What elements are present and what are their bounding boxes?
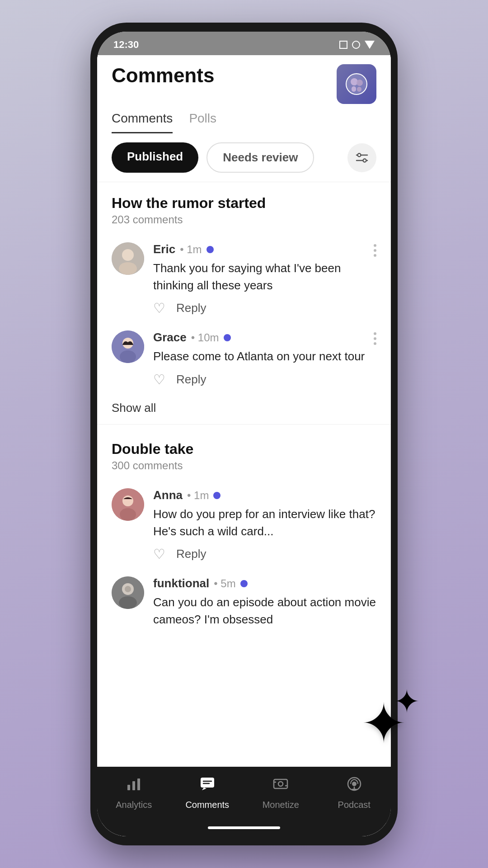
more-options-eric[interactable]	[374, 244, 376, 257]
nav-podcast[interactable]: Podcast	[327, 776, 381, 810]
comments-scroll-area[interactable]: How the rumor started 203 comments	[97, 182, 391, 767]
episode-count-1: 203 comments	[112, 213, 376, 226]
svg-point-21	[125, 586, 131, 592]
svg-rect-25	[201, 778, 214, 788]
comment-time-anna: • 1m	[187, 489, 209, 502]
comment-body-anna: Anna • 1m How do you prep for an intervi…	[153, 488, 376, 562]
comment-actions-anna: ♡ Reply	[153, 546, 376, 562]
avatar-funktional	[112, 576, 144, 609]
status-icons	[339, 41, 375, 49]
unread-dot-funktional	[240, 580, 248, 587]
filter-needs-review[interactable]: Needs review	[206, 142, 314, 173]
comment-text-anna: How do you prep for an interview like th…	[153, 506, 376, 540]
nav-podcast-label: Podcast	[338, 800, 371, 810]
svg-point-10	[122, 249, 134, 261]
comment-time-eric: • 1m	[180, 243, 202, 256]
filter-row: Published Needs review	[97, 133, 391, 182]
svg-point-2	[357, 80, 363, 86]
comment-text-funktional: Can you do an episode about action movie…	[153, 594, 376, 628]
unread-dot-anna	[213, 492, 221, 499]
show-all-button-1[interactable]: Show all	[112, 395, 376, 424]
like-button-anna[interactable]: ♡	[153, 546, 165, 562]
comment-author-anna: Anna	[153, 488, 183, 502]
monetize-icon	[272, 776, 289, 796]
filter-options-button[interactable]	[347, 143, 376, 172]
comment-anna: Anna • 1m How do you prep for an intervi…	[112, 481, 376, 569]
svg-point-20	[119, 596, 137, 609]
nav-monetize-label: Monetize	[263, 800, 299, 810]
analytics-icon	[126, 776, 142, 796]
comment-meta-grace: Grace • 10m	[153, 330, 376, 344]
nav-analytics-label: Analytics	[116, 800, 152, 810]
reply-button-eric[interactable]: Reply	[176, 301, 206, 315]
unread-dot-grace	[224, 334, 231, 341]
comment-eric: Eric • 1m Thank you for saying what I've…	[112, 235, 376, 323]
thumbnail-image	[337, 64, 376, 104]
tab-polls[interactable]: Polls	[189, 111, 216, 133]
page-header: Comments	[97, 55, 391, 104]
avatar-grace	[112, 330, 144, 363]
page-title: Comments	[112, 64, 214, 87]
comment-text-grace: Please come to Atlanta on your next tour	[153, 348, 376, 365]
home-indicator	[208, 826, 280, 829]
svg-rect-4	[357, 87, 361, 92]
avatar-eric	[112, 242, 144, 275]
comment-author-grace: Grace	[153, 330, 187, 344]
comments-icon	[199, 776, 216, 796]
svg-point-29	[278, 782, 283, 786]
svg-point-8	[363, 159, 366, 162]
nav-monetize[interactable]: Monetize	[253, 776, 308, 810]
comment-actions-eric: ♡ Reply	[153, 300, 376, 316]
svg-point-11	[119, 262, 137, 275]
svg-rect-22	[127, 785, 130, 790]
tabs-row: Comments Polls	[97, 104, 391, 133]
episode-count-2: 300 comments	[112, 459, 376, 472]
heart-icon-anna: ♡	[153, 546, 165, 562]
podcast-icon	[346, 776, 362, 796]
filter-pills: Published Needs review	[112, 142, 314, 173]
comment-author-funktional: funktional	[153, 576, 209, 590]
svg-point-14	[120, 350, 136, 363]
reply-button-anna[interactable]: Reply	[176, 547, 206, 561]
comment-actions-grace: ♡ Reply	[153, 372, 376, 387]
battery-icon	[339, 41, 347, 49]
comment-meta-anna: Anna • 1m	[153, 488, 376, 502]
signal-icon	[352, 41, 360, 49]
nav-comments[interactable]: Comments	[180, 776, 235, 810]
heart-icon-eric: ♡	[153, 300, 165, 316]
comment-time-grace: • 10m	[191, 331, 219, 344]
sparkle-small-icon: ✦	[394, 683, 420, 720]
comment-body-eric: Eric • 1m Thank you for saying what I've…	[153, 242, 376, 316]
podcast-thumbnail[interactable]	[337, 64, 376, 104]
main-content: Comments Comments	[97, 55, 391, 767]
nav-comments-label: Comments	[185, 800, 229, 810]
comment-meta-funktional: funktional • 5m	[153, 576, 376, 590]
episode-section-1: How the rumor started 203 comments	[97, 182, 391, 424]
like-button-eric[interactable]: ♡	[153, 300, 165, 316]
heart-icon-grace: ♡	[153, 372, 165, 387]
svg-rect-3	[352, 86, 356, 92]
avatar-anna	[112, 488, 144, 521]
unread-dot-eric	[206, 246, 214, 253]
section-divider	[97, 424, 391, 425]
svg-rect-24	[137, 778, 140, 790]
comment-text-eric: Thank you for saying what I've been thin…	[153, 260, 376, 294]
wifi-icon	[365, 41, 375, 49]
more-options-grace[interactable]	[374, 332, 376, 345]
filter-published[interactable]: Published	[112, 142, 198, 173]
bottom-nav: Analytics Comments	[97, 767, 391, 823]
comment-grace: Grace • 10m Please come to Atlanta on yo…	[112, 323, 376, 395]
like-button-grace[interactable]: ♡	[153, 372, 165, 387]
episode-title-2: Double take	[112, 441, 376, 458]
tab-comments[interactable]: Comments	[112, 111, 173, 133]
reply-button-grace[interactable]: Reply	[176, 373, 206, 387]
comment-time-funktional: • 5m	[214, 577, 235, 590]
episode-title-1: How the rumor started	[112, 195, 376, 212]
comment-funktional: funktional • 5m Can you do an episode ab…	[112, 569, 376, 642]
status-bar: 12:30	[97, 32, 391, 55]
svg-rect-28	[274, 779, 287, 788]
svg-point-16	[122, 495, 133, 506]
comment-meta-eric: Eric • 1m	[153, 242, 376, 256]
svg-point-17	[120, 508, 136, 521]
nav-analytics[interactable]: Analytics	[107, 776, 161, 810]
